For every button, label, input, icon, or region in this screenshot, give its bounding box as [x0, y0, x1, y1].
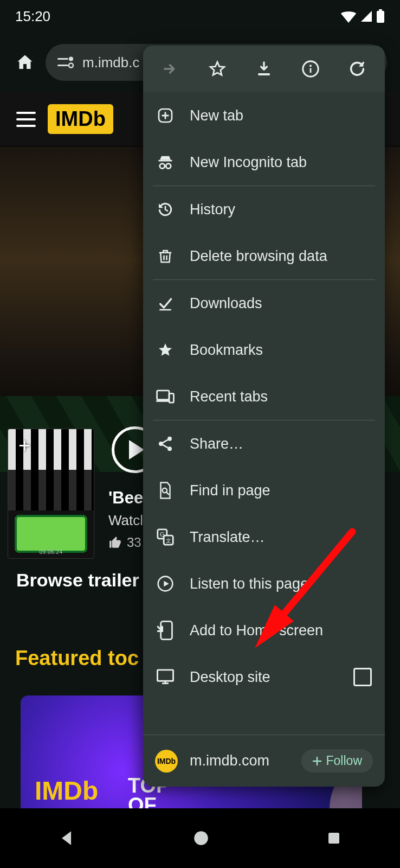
svg-rect-20: [157, 391, 169, 400]
svg-point-25: [167, 446, 172, 451]
incognito-icon: [155, 153, 176, 171]
reload-button[interactable]: [334, 46, 380, 92]
desktop-icon: [155, 668, 176, 686]
site-menu-button[interactable]: [16, 112, 36, 127]
menu-add-to-home[interactable]: Add to Home screen: [143, 607, 385, 654]
svg-rect-2: [57, 58, 68, 60]
browser-overflow-menu: New tab New Incognito tab History Delete…: [143, 46, 385, 787]
svg-rect-11: [258, 73, 269, 75]
system-navbar: [0, 808, 400, 868]
battery-icon: [376, 9, 385, 23]
bookmark-button[interactable]: [194, 46, 241, 92]
menu-desktop-site[interactable]: Desktop site: [143, 654, 385, 700]
poster-date: 09.06.24: [40, 549, 63, 555]
info-icon: [301, 60, 320, 78]
cell-signal-icon: [360, 10, 373, 23]
svg-point-24: [167, 437, 172, 441]
play-circle-icon: [155, 575, 176, 592]
svg-rect-14: [310, 68, 312, 73]
hamburger-icon: [16, 112, 36, 127]
menu-bookmarks[interactable]: Bookmarks: [143, 327, 385, 373]
svg-rect-1: [379, 9, 382, 11]
reload-icon: [348, 60, 366, 78]
nav-home-button[interactable]: [192, 829, 210, 847]
translate-icon: G文: [155, 528, 176, 546]
devices-icon: [155, 389, 176, 404]
download-icon: [255, 60, 273, 78]
home-button[interactable]: [13, 50, 37, 74]
svg-rect-19: [159, 309, 171, 311]
svg-point-9: [194, 831, 208, 845]
svg-rect-3: [57, 65, 68, 66]
downloads-check-icon: [155, 295, 176, 312]
site-domain: m.imdb.com: [190, 752, 269, 769]
svg-point-13: [309, 65, 312, 67]
nav-recents-button[interactable]: [326, 830, 342, 846]
svg-text:文: 文: [166, 538, 171, 544]
forward-button[interactable]: [147, 46, 194, 92]
star-outline-icon: [208, 60, 227, 78]
svg-point-17: [160, 164, 165, 169]
svg-rect-6: [16, 112, 36, 114]
add-to-watchlist-button[interactable]: +: [12, 433, 36, 457]
desktop-site-checkbox[interactable]: [353, 668, 372, 686]
hero-subtitle: Watcl: [108, 512, 143, 529]
share-icon: [155, 435, 176, 452]
svg-rect-35: [165, 681, 166, 683]
url-text: m.imdb.c: [82, 54, 139, 71]
svg-text:G: G: [160, 531, 165, 538]
svg-rect-7: [16, 118, 36, 120]
svg-point-4: [69, 57, 73, 61]
menu-listen[interactable]: Listen to this page: [143, 560, 385, 607]
new-tab-icon: [155, 107, 176, 124]
menu-top-row: [143, 46, 385, 92]
browse-trailers-heading[interactable]: Browse trailer: [16, 570, 139, 591]
likes-count: 33: [108, 535, 141, 550]
clock: 15:20: [15, 8, 50, 25]
menu-history[interactable]: History: [143, 186, 385, 233]
trash-icon: [155, 247, 176, 265]
follow-button[interactable]: Follow: [301, 749, 373, 773]
svg-point-18: [166, 164, 171, 169]
card-brand: IMDb: [35, 776, 98, 806]
imdb-logo[interactable]: IMDb: [48, 104, 113, 134]
download-button[interactable]: [241, 46, 287, 92]
plus-icon: [312, 756, 322, 766]
history-icon: [155, 201, 176, 218]
site-favicon: IMDb: [155, 750, 178, 773]
menu-footer: IMDb m.imdb.com Follow: [143, 735, 385, 787]
add-to-home-icon: [155, 621, 176, 640]
status-bar: 15:20: [0, 0, 400, 33]
forward-icon: [162, 60, 180, 78]
site-settings-icon: [57, 56, 75, 68]
menu-find-in-page[interactable]: Find in page: [143, 467, 385, 514]
home-icon: [15, 53, 35, 72]
menu-recent-tabs[interactable]: Recent tabs: [143, 373, 385, 420]
menu-delete-data[interactable]: Delete browsing data: [143, 233, 385, 279]
find-in-page-icon: [155, 481, 176, 500]
svg-rect-22: [169, 393, 173, 403]
svg-rect-10: [328, 833, 339, 844]
wifi-icon: [340, 10, 357, 23]
status-icons: [340, 9, 385, 23]
svg-rect-21: [156, 400, 170, 402]
svg-point-23: [159, 442, 163, 446]
menu-share[interactable]: Share…: [143, 420, 385, 467]
star-filled-icon: [155, 341, 176, 359]
thumbs-up-icon: [108, 535, 122, 550]
svg-rect-8: [16, 125, 36, 127]
menu-new-tab[interactable]: New tab: [143, 92, 385, 139]
featured-today-heading: Featured toc: [15, 647, 139, 670]
page-info-button[interactable]: [287, 46, 334, 92]
menu-translate[interactable]: G文 Translate…: [143, 514, 385, 560]
movie-poster[interactable]: 09.06.24 +: [8, 429, 94, 559]
svg-rect-33: [157, 670, 173, 681]
svg-rect-16: [158, 160, 172, 162]
svg-rect-0: [377, 11, 384, 23]
menu-downloads[interactable]: Downloads: [143, 280, 385, 327]
nav-back-button[interactable]: [58, 829, 76, 847]
svg-point-5: [69, 63, 73, 68]
menu-incognito[interactable]: New Incognito tab: [143, 139, 385, 186]
